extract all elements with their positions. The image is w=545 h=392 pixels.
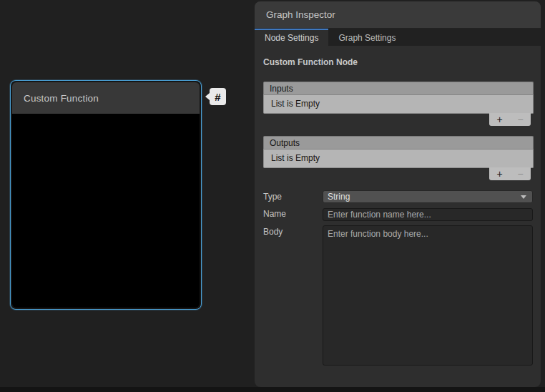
- inputs-remove-button[interactable]: −: [512, 114, 529, 125]
- node-header[interactable]: Custom Function: [12, 82, 200, 114]
- type-label: Type: [263, 190, 323, 202]
- hash-icon: #: [215, 91, 220, 103]
- inputs-list-footer: + −: [263, 114, 534, 126]
- inspector-content: Custom Function Node Inputs List is Empt…: [255, 46, 541, 368]
- window-bottom-edge: [0, 387, 545, 392]
- outputs-empty-label: List is Empty: [271, 153, 320, 163]
- graph-inspector-panel: Graph Inspector Node Settings Graph Sett…: [255, 1, 541, 387]
- node-precision-badge[interactable]: #: [210, 88, 226, 105]
- panel-title: Graph Inspector: [266, 9, 335, 20]
- node-title: Custom Function: [24, 93, 99, 104]
- inputs-list-header-label: Inputs: [270, 84, 293, 94]
- type-dropdown-value: String: [328, 192, 521, 202]
- outputs-list-footer: + −: [263, 168, 534, 180]
- tab-node-settings[interactable]: Node Settings: [255, 29, 328, 46]
- inputs-empty-label: List is Empty: [271, 99, 320, 109]
- inputs-add-button[interactable]: +: [491, 114, 509, 125]
- inspector-tab-bar: Node Settings Graph Settings: [255, 29, 541, 46]
- tab-graph-settings-label: Graph Settings: [338, 33, 396, 43]
- body-label: Body: [263, 225, 323, 237]
- function-body-input[interactable]: [323, 225, 533, 366]
- name-label: Name: [263, 207, 323, 219]
- outputs-list-body: List is Empty: [263, 149, 534, 168]
- type-dropdown[interactable]: String: [323, 190, 533, 203]
- custom-function-node[interactable]: Custom Function: [10, 80, 202, 310]
- outputs-add-button[interactable]: +: [491, 168, 509, 180]
- type-row: Type String: [263, 190, 534, 203]
- section-title: Custom Function Node: [263, 57, 534, 67]
- inputs-list-body: List is Empty: [263, 94, 534, 114]
- function-name-input[interactable]: [323, 208, 533, 221]
- outputs-list-header-label: Outputs: [270, 138, 300, 148]
- chevron-down-icon: [521, 195, 526, 199]
- body-row: Body: [263, 225, 534, 368]
- inputs-list: Inputs List is Empty + −: [263, 82, 534, 126]
- graph-editor-canvas[interactable]: Custom Function # Graph Inspector Node S…: [0, 0, 545, 392]
- outputs-list-header: Outputs: [263, 136, 534, 149]
- tab-node-settings-label: Node Settings: [265, 33, 318, 43]
- node-preview-area: [12, 114, 200, 308]
- panel-titlebar[interactable]: Graph Inspector: [255, 1, 541, 29]
- name-row: Name: [263, 207, 534, 221]
- outputs-list: Outputs List is Empty + −: [263, 136, 534, 180]
- inputs-list-header: Inputs: [263, 82, 534, 94]
- outputs-footer-buttons: + −: [489, 167, 531, 180]
- outputs-remove-button[interactable]: −: [512, 168, 529, 180]
- tab-graph-settings[interactable]: Graph Settings: [328, 29, 406, 46]
- inputs-footer-buttons: + −: [489, 113, 531, 126]
